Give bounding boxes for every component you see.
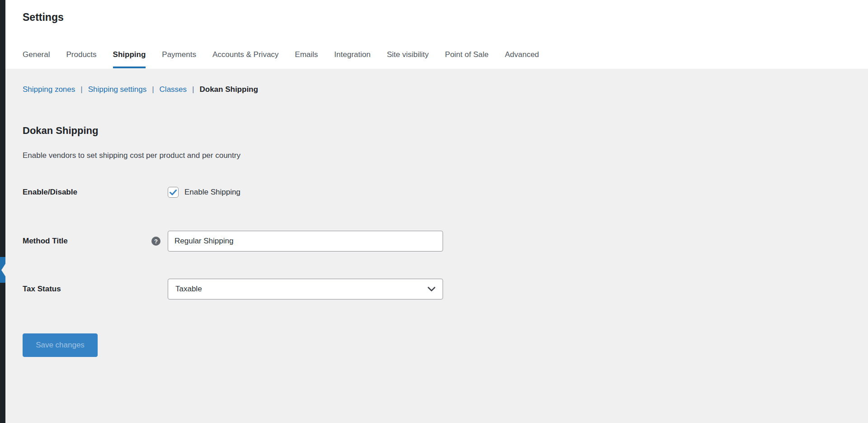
enable-shipping-checkbox-label: Enable Shipping	[184, 188, 241, 197]
tab-advanced[interactable]: Advanced	[505, 50, 539, 68]
save-changes-button[interactable]: Save changes	[23, 333, 98, 357]
page-title: Settings	[23, 11, 64, 24]
tab-shipping[interactable]: Shipping	[113, 50, 146, 68]
breadcrumb-shipping-settings[interactable]: Shipping settings	[88, 85, 146, 94]
breadcrumb-shipping-zones[interactable]: Shipping zones	[23, 85, 75, 94]
breadcrumb-classes[interactable]: Classes	[160, 85, 187, 94]
tax-status-selected-value: Taxable	[175, 285, 202, 294]
settings-content: Shipping zones|Shipping settings|Classes…	[5, 69, 868, 423]
tab-accounts-privacy[interactable]: Accounts & Privacy	[212, 50, 278, 68]
breadcrumb: Shipping zones|Shipping settings|Classes…	[23, 85, 868, 94]
enable-shipping-checkbox-wrap[interactable]: Enable Shipping	[168, 187, 241, 198]
section-description: Enable vendors to set shipping cost per …	[23, 151, 868, 160]
help-icon[interactable]: ?	[151, 237, 160, 246]
tab-payments[interactable]: Payments	[162, 50, 196, 68]
breadcrumb-separator: |	[152, 85, 154, 94]
enable-shipping-checkbox[interactable]	[168, 187, 179, 198]
tab-emails[interactable]: Emails	[295, 50, 318, 68]
active-menu-indicator[interactable]	[0, 257, 5, 283]
tax-status-label: Tax Status	[23, 285, 61, 294]
enable-disable-label-cell: Enable/Disable	[23, 188, 168, 197]
tax-status-select[interactable]: Taxable	[168, 279, 443, 299]
tax-status-label-cell: Tax Status	[23, 285, 168, 294]
tax-status-row: Tax Status Taxable	[23, 279, 868, 299]
breadcrumb-separator: |	[192, 85, 194, 94]
tab-integration[interactable]: Integration	[334, 50, 370, 68]
tab-point-of-sale[interactable]: Point of Sale	[445, 50, 488, 68]
section-heading: Dokan Shipping	[23, 125, 868, 137]
admin-menu-strip	[0, 0, 5, 423]
method-title-label: Method Title	[23, 237, 68, 246]
enable-disable-row: Enable/Disable Enable Shipping	[23, 185, 868, 199]
checkmark-icon	[170, 190, 177, 195]
tab-products[interactable]: Products	[66, 50, 96, 68]
breadcrumb-dokan-shipping: Dokan Shipping	[199, 85, 258, 94]
tab-general[interactable]: General	[23, 50, 50, 68]
method-title-input[interactable]	[168, 231, 443, 252]
settings-header: Settings General Products Shipping Payme…	[5, 0, 868, 69]
enable-disable-label: Enable/Disable	[23, 188, 77, 197]
method-title-row: Method Title ?	[23, 231, 868, 252]
settings-tab-bar: General Products Shipping Payments Accou…	[23, 50, 539, 68]
dokan-shipping-form: Enable/Disable Enable Shipping Method Ti…	[23, 185, 868, 357]
method-title-label-cell: Method Title ?	[23, 237, 168, 246]
tab-site-visibility[interactable]: Site visibility	[387, 50, 429, 68]
chevron-down-icon	[428, 287, 435, 292]
breadcrumb-separator: |	[80, 85, 82, 94]
